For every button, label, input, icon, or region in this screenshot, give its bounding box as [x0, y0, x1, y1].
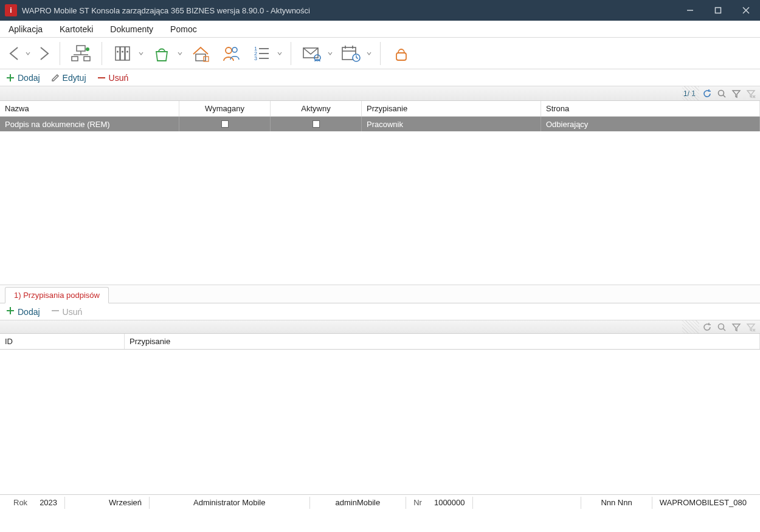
col-aktywny[interactable]: Aktywny — [271, 101, 362, 116]
tabbar: 1) Przypisania podpisów — [0, 285, 760, 303]
col-strona[interactable]: Strona — [541, 101, 760, 116]
status-role: Administrator Mobile — [150, 497, 310, 509]
grid-top-columns: Nazwa Wymagany Aktywny Przypisanie Stron… — [0, 101, 760, 117]
menu-kartoteki[interactable]: Kartoteki — [57, 22, 95, 36]
nav-back-dropdown[interactable] — [24, 51, 32, 56]
toolbar-separator — [291, 42, 291, 65]
add-button[interactable]: Dodaj — [6, 73, 40, 83]
status-code: WAPROMOBILEST_080 — [652, 497, 754, 509]
books-icon[interactable] — [109, 41, 136, 66]
list-dropdown[interactable] — [276, 51, 283, 56]
svg-point-15 — [126, 50, 128, 52]
shopping-bag-icon[interactable] — [148, 41, 175, 66]
refresh-icon[interactable] — [702, 88, 713, 99]
col-id[interactable]: ID — [0, 334, 125, 349]
svg-text:3: 3 — [254, 55, 257, 61]
search-icon[interactable] — [716, 322, 727, 333]
numbered-list-icon[interactable]: 1 2 3 — [248, 41, 275, 66]
svg-rect-11 — [120, 47, 125, 60]
refresh-icon[interactable] — [702, 322, 713, 333]
status-role-value: Administrator Mobile — [193, 498, 266, 507]
toolbar-separator — [380, 42, 381, 65]
minimize-button[interactable] — [676, 0, 704, 21]
shopping-dropdown[interactable] — [176, 51, 184, 56]
status-nr: Nr 1000000 — [406, 497, 472, 509]
status-nr-label: Nr — [413, 498, 422, 507]
people-icon[interactable] — [218, 41, 244, 66]
grid-bottom-strip — [0, 320, 760, 334]
add-label: Dodaj — [18, 73, 40, 83]
cell-wymagany — [179, 117, 271, 131]
lock-icon[interactable] — [388, 41, 415, 66]
plus-icon — [6, 306, 15, 317]
svg-rect-1 — [716, 8, 721, 13]
clear-filter-icon[interactable] — [745, 322, 756, 333]
menu-aplikacja[interactable]: Aplikacja — [6, 22, 45, 36]
mail-icon[interactable] — [299, 41, 325, 66]
svg-point-13 — [117, 50, 119, 52]
svg-point-46 — [719, 323, 724, 329]
calendar-clock-icon[interactable] — [337, 41, 364, 66]
network-icon[interactable] — [67, 41, 94, 66]
add-button-2[interactable]: Dodaj — [6, 306, 40, 317]
cell-nazwa: Podpis na dokumencie (REM) — [0, 117, 179, 131]
status-code-value: WAPROMOBILEST_080 — [660, 498, 747, 507]
titlebar: i WAPRO Mobile ST Konsola zarządzająca 3… — [0, 0, 760, 21]
status-miesiac: Wrzesień — [65, 497, 150, 509]
status-nr-value: 1000000 — [434, 498, 465, 507]
search-icon[interactable] — [716, 88, 727, 99]
svg-rect-7 — [72, 57, 78, 61]
nav-back-button[interactable] — [6, 41, 23, 66]
col-nazwa[interactable]: Nazwa — [0, 101, 179, 116]
resize-handle-icon — [682, 86, 699, 101]
cell-strona: Odbierający — [541, 117, 760, 131]
toolbar: 1 2 3 — [0, 38, 760, 69]
books-dropdown[interactable] — [137, 51, 145, 56]
checkbox-icon[interactable] — [313, 120, 320, 128]
delete-button[interactable]: Usuń — [97, 73, 129, 83]
svg-line-47 — [724, 328, 726, 331]
house-icon[interactable] — [187, 41, 214, 66]
grid-top-strip: 1/ 1 — [0, 86, 760, 101]
svg-rect-12 — [125, 47, 130, 60]
actionbar-bottom: Dodaj Usuń — [0, 303, 760, 320]
svg-point-14 — [122, 50, 123, 52]
status-miesiac-value: Wrzesień — [109, 498, 142, 507]
status-name: Nnn Nnn — [581, 497, 652, 509]
svg-point-18 — [226, 47, 232, 54]
mail-dropdown[interactable] — [326, 51, 334, 56]
close-button[interactable] — [732, 0, 760, 21]
status-rok-value: 2023 — [40, 498, 57, 507]
svg-rect-35 — [396, 53, 406, 60]
minus-icon — [51, 306, 60, 317]
col-przypisanie-2[interactable]: Przypisanie — [125, 334, 760, 349]
grid-top-body — [0, 131, 760, 285]
col-przypisanie[interactable]: Przypisanie — [362, 101, 541, 116]
col-wymagany[interactable]: Wymagany — [179, 101, 271, 116]
edit-label: Edytuj — [63, 73, 86, 83]
status-user-value: adminMobile — [336, 498, 381, 507]
clear-filter-icon[interactable] — [745, 88, 756, 99]
add-label-2: Dodaj — [18, 307, 40, 317]
toolbar-separator — [60, 42, 60, 65]
calendar-dropdown[interactable] — [365, 51, 373, 56]
toolbar-separator — [102, 42, 102, 65]
window-title: WAPRO Mobile ST Konsola zarządzająca 365… — [22, 6, 676, 15]
status-name-value: Nnn Nnn — [601, 498, 632, 507]
svg-point-39 — [719, 90, 724, 95]
maximize-button[interactable] — [704, 0, 732, 21]
pencil-icon — [51, 74, 60, 82]
nav-forward-button[interactable] — [35, 41, 52, 66]
tab-przypisania[interactable]: 1) Przypisania podpisów — [5, 287, 109, 303]
filter-icon[interactable] — [731, 322, 742, 333]
checkbox-icon[interactable] — [221, 120, 229, 128]
svg-rect-8 — [84, 57, 90, 61]
menu-dokumenty[interactable]: Dokumenty — [108, 22, 156, 36]
edit-button[interactable]: Edytuj — [51, 73, 86, 83]
menubar: Aplikacja Kartoteki Dokumenty Pomoc — [0, 21, 760, 38]
table-row[interactable]: Podpis na dokumencie (REM) Pracownik Odb… — [0, 117, 760, 131]
menu-pomoc[interactable]: Pomoc — [168, 22, 199, 36]
filter-icon[interactable] — [731, 88, 742, 99]
delete-label: Usuń — [109, 73, 129, 83]
status-user: adminMobile — [310, 497, 407, 509]
